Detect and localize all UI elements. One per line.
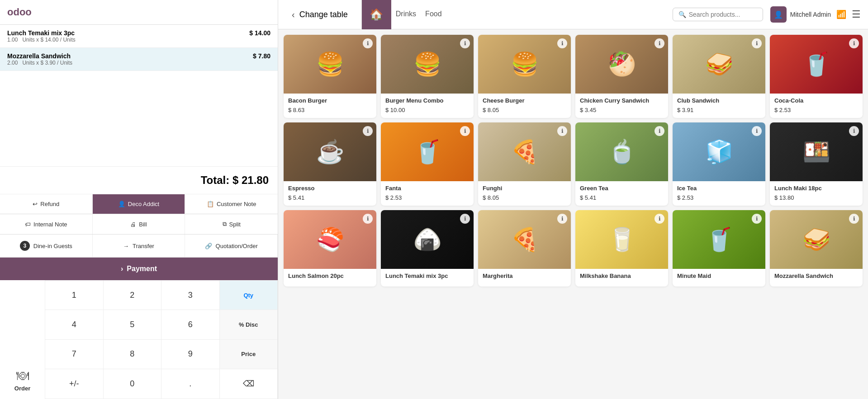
product-info-icon[interactable]: ℹ bbox=[655, 38, 664, 48]
tab-drinks[interactable]: Drinks bbox=[391, 1, 421, 28]
hamburger-menu-icon[interactable]: ☰ bbox=[852, 9, 861, 20]
num-8-button[interactable]: 8 bbox=[104, 340, 162, 369]
transfer-icon: → bbox=[123, 243, 129, 249]
product-card-minute-maid[interactable]: 🥤 ℹ Minute Maid bbox=[673, 210, 765, 286]
customer-note-button[interactable]: 📋 Customer Note bbox=[185, 194, 278, 214]
product-card-lunch-maki-18pc[interactable]: 🍱 ℹ Lunch Maki 18pc $ 13.80 bbox=[770, 122, 863, 206]
product-card-green-tea[interactable]: 🍵 ℹ Green Tea $ 5.41 bbox=[575, 122, 668, 206]
product-info-icon[interactable]: ℹ bbox=[655, 214, 664, 224]
wifi-icon: 📶 bbox=[836, 9, 846, 19]
product-card-margherita[interactable]: 🍕 ℹ Margherita bbox=[478, 210, 571, 286]
product-card-cheese-burger[interactable]: 🍔 ℹ Cheese Burger $ 8.05 bbox=[478, 35, 571, 118]
plusminus-button[interactable]: +/- bbox=[45, 369, 104, 399]
user-name: Mitchell Admin bbox=[790, 11, 831, 18]
product-info-icon[interactable]: ℹ bbox=[849, 214, 859, 224]
product-card-mozzarella-sandwich[interactable]: 🥪 ℹ Mozzarella Sandwich bbox=[770, 210, 863, 286]
qty-mode-button[interactable]: Qty bbox=[220, 281, 278, 310]
disc-mode-button[interactable]: % Disc bbox=[220, 310, 278, 339]
product-info-icon[interactable]: ℹ bbox=[752, 38, 762, 48]
person-icon: 👤 bbox=[118, 201, 125, 207]
order-tab[interactable]: 🍽 Order bbox=[0, 280, 45, 399]
product-card-lunch-temaki-mix-3pc[interactable]: 🍙 ℹ Lunch Temaki mix 3pc bbox=[381, 210, 474, 286]
product-price: $ 8.05 bbox=[483, 194, 566, 201]
num-0-button[interactable]: 0 bbox=[104, 369, 162, 399]
product-info-icon[interactable]: ℹ bbox=[460, 126, 470, 136]
product-info-icon[interactable]: ℹ bbox=[557, 126, 567, 136]
product-card-coca-cola[interactable]: 🥤 ℹ Coca-Cola $ 2.53 bbox=[770, 35, 863, 118]
product-card-ice-tea[interactable]: 🧊 ℹ Ice Tea $ 2.53 bbox=[673, 122, 765, 206]
product-info-icon[interactable]: ℹ bbox=[655, 126, 664, 136]
product-info-icon[interactable]: ℹ bbox=[363, 126, 373, 136]
product-info-icon[interactable]: ℹ bbox=[557, 38, 567, 48]
product-name: Margherita bbox=[483, 272, 566, 280]
order-item[interactable]: Mozzarella Sandwich 2.00 Units x $ 3.90 … bbox=[0, 48, 278, 71]
change-table-button[interactable]: ‹ Change table bbox=[278, 0, 362, 29]
transfer-button[interactable]: → Transfer bbox=[93, 235, 185, 257]
num-5-button[interactable]: 5 bbox=[104, 310, 162, 339]
product-info-icon[interactable]: ℹ bbox=[752, 214, 762, 224]
num-2-button[interactable]: 2 bbox=[104, 281, 162, 310]
product-card-burger-menu-combo[interactable]: 🍔 ℹ Burger Menu Combo $ 10.00 bbox=[381, 35, 474, 118]
product-info-icon[interactable]: ℹ bbox=[557, 214, 567, 224]
search-icon: 🔍 bbox=[678, 11, 686, 18]
product-name: Chicken Curry Sandwich bbox=[580, 97, 664, 105]
product-price: $ 8.63 bbox=[288, 107, 372, 113]
tab-food[interactable]: Food bbox=[421, 1, 446, 28]
product-card-bacon-burger[interactable]: 🍔 ℹ Bacon Burger $ 8.63 bbox=[284, 35, 376, 118]
product-card-club-sandwich[interactable]: 🥪 ℹ Club Sandwich $ 3.91 bbox=[673, 35, 765, 118]
numpad-section: 🍽 Order 1 2 3 Qty 4 5 6 % Disc 7 8 9 Pri… bbox=[0, 280, 278, 399]
product-card-chicken-curry-sandwich[interactable]: 🥙 ℹ Chicken Curry Sandwich $ 3.45 bbox=[575, 35, 668, 118]
decimal-button[interactable]: . bbox=[161, 369, 220, 399]
search-box[interactable]: 🔍 bbox=[673, 8, 763, 21]
num-1-button[interactable]: 1 bbox=[45, 281, 104, 310]
customer-button[interactable]: 👤 Deco Addict bbox=[93, 194, 185, 214]
product-card-fanta[interactable]: 🥤 ℹ Fanta $ 2.53 bbox=[381, 122, 474, 206]
product-name: Lunch Salmon 20pc bbox=[288, 272, 372, 280]
num-4-button[interactable]: 4 bbox=[45, 310, 104, 339]
order-icon: 🍽 bbox=[16, 368, 29, 383]
product-info-icon[interactable]: ℹ bbox=[460, 214, 470, 224]
backspace-button[interactable]: ⌫ bbox=[220, 369, 278, 399]
home-button[interactable]: 🏠 bbox=[362, 0, 391, 29]
action-buttons-row1: ↩ Refund 👤 Deco Addict 📋 Customer Note bbox=[0, 194, 278, 214]
split-button[interactable]: ⧉ Split bbox=[185, 214, 278, 234]
product-name: Green Tea bbox=[580, 185, 664, 192]
product-name: Lunch Temaki mix 3pc bbox=[385, 272, 469, 280]
product-name: Fanta bbox=[385, 185, 469, 192]
dine-in-guests-button[interactable]: 3 Dine-in Guests bbox=[0, 235, 93, 257]
action-buttons-row2: 🏷 Internal Note 🖨 Bill ⧉ Split bbox=[0, 214, 278, 235]
product-info-icon[interactable]: ℹ bbox=[849, 38, 859, 48]
payment-button[interactable]: › Payment bbox=[0, 258, 278, 280]
num-3-button[interactable]: 3 bbox=[161, 281, 220, 310]
bill-button[interactable]: 🖨 Bill bbox=[93, 214, 185, 234]
quotation-order-button[interactable]: 🔗 Quotation/Order bbox=[185, 235, 278, 257]
product-card-espresso[interactable]: ☕ ℹ Espresso $ 5.41 bbox=[284, 122, 376, 206]
num-6-button[interactable]: 6 bbox=[161, 310, 220, 339]
num-9-button[interactable]: 9 bbox=[161, 340, 220, 369]
product-info-icon[interactable]: ℹ bbox=[363, 214, 373, 224]
product-info-icon[interactable]: ℹ bbox=[460, 38, 470, 48]
numpad: 1 2 3 Qty 4 5 6 % Disc 7 8 9 Price +/- 0… bbox=[45, 280, 278, 399]
product-card-milkshake-banana[interactable]: 🥛 ℹ Milkshake Banana bbox=[575, 210, 668, 286]
refund-button[interactable]: ↩ Refund bbox=[0, 194, 93, 214]
search-input[interactable] bbox=[689, 11, 757, 18]
internal-note-button[interactable]: 🏷 Internal Note bbox=[0, 214, 93, 234]
product-name: Burger Menu Combo bbox=[385, 97, 469, 105]
product-info-icon[interactable]: ℹ bbox=[752, 126, 762, 136]
order-item[interactable]: Lunch Temaki mix 3pc 1.00 Units x $ 14.0… bbox=[0, 25, 278, 48]
num-7-button[interactable]: 7 bbox=[45, 340, 104, 369]
product-card-funghi[interactable]: 🍕 ℹ Funghi $ 8.05 bbox=[478, 122, 571, 206]
price-mode-button[interactable]: Price bbox=[220, 340, 278, 369]
item-detail: 2.00 Units x $ 3.90 / Units bbox=[7, 60, 72, 66]
product-info-icon[interactable]: ℹ bbox=[363, 38, 373, 48]
total-bar: Total: $ 21.80 bbox=[0, 166, 278, 194]
product-name: Coca-Cola bbox=[774, 97, 858, 105]
product-name: Funghi bbox=[483, 185, 566, 192]
product-info-icon[interactable]: ℹ bbox=[849, 126, 859, 136]
home-icon: 🏠 bbox=[370, 8, 383, 21]
product-price: $ 2.53 bbox=[774, 107, 858, 113]
product-card-lunch-salmon-20pc[interactable]: 🍣 ℹ Lunch Salmon 20pc bbox=[284, 210, 376, 286]
product-price: $ 2.53 bbox=[385, 194, 469, 201]
order-label: Order bbox=[14, 385, 30, 392]
product-price: $ 2.53 bbox=[677, 194, 761, 201]
